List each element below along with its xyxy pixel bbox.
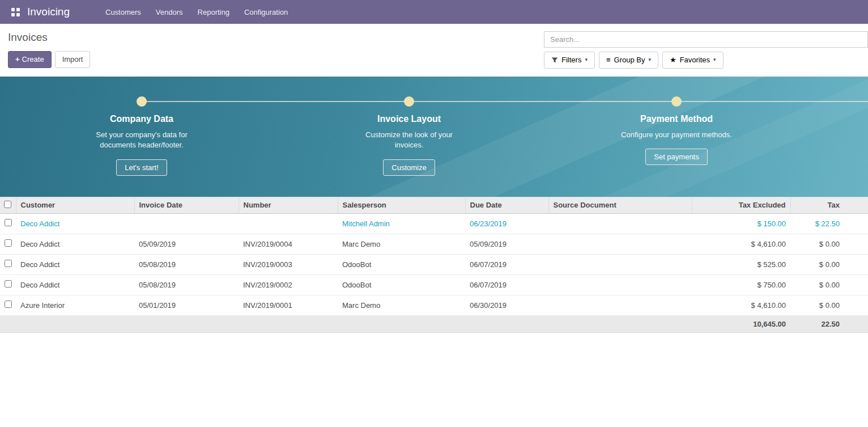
table-row[interactable]: Deco Addict Mitchell Admin 06/23/2019 $ … bbox=[0, 213, 868, 234]
apps-grid-icon bbox=[11, 8, 20, 16]
cell-number: INV/2019/0003 bbox=[239, 254, 338, 274]
row-checkbox[interactable] bbox=[5, 239, 12, 247]
table-row[interactable]: Deco Addict 05/09/2019 INV/2019/0004 Mar… bbox=[0, 234, 868, 254]
lets-start-button[interactable]: Let's start! bbox=[116, 159, 167, 176]
nav-menu: Customers Vendors Reporting Configuratio… bbox=[98, 0, 295, 24]
cell-invoice-date: 05/08/2019 bbox=[134, 254, 239, 274]
top-navbar: Invoicing Customers Vendors Reporting Co… bbox=[0, 0, 868, 24]
customize-button[interactable]: Customize bbox=[383, 159, 435, 176]
create-button[interactable]: +Create bbox=[8, 51, 52, 68]
column-header-due-date[interactable]: Due Date bbox=[465, 197, 548, 213]
cell-tax: $ 22.50 bbox=[790, 213, 868, 234]
chevron-down-icon: ▾ bbox=[648, 57, 651, 63]
import-button[interactable]: Import bbox=[55, 51, 91, 68]
step-description: Configure your payment methods. bbox=[620, 130, 733, 141]
cell-invoice-date bbox=[134, 213, 239, 234]
cell-number: INV/2019/0002 bbox=[239, 274, 338, 295]
favorites-button-label: Favorites bbox=[680, 56, 710, 65]
onboarding-progress-line bbox=[142, 101, 868, 102]
column-header-salesperson[interactable]: Salesperson bbox=[338, 197, 465, 213]
row-checkbox[interactable] bbox=[5, 219, 12, 226]
star-icon: ★ bbox=[670, 56, 676, 65]
total-tax: 22.50 bbox=[790, 315, 868, 332]
row-checkbox[interactable] bbox=[5, 280, 12, 288]
cell-invoice-date: 05/01/2019 bbox=[134, 295, 239, 315]
table-row[interactable]: Deco Addict 05/08/2019 INV/2019/0002 Odo… bbox=[0, 274, 868, 295]
cell-due-date: 06/23/2019 bbox=[465, 213, 548, 234]
nav-item-configuration[interactable]: Configuration bbox=[237, 0, 295, 24]
cell-salesperson: Mitchell Admin bbox=[338, 213, 465, 234]
step-description: Customize the look of your invoices. bbox=[352, 130, 466, 151]
table-header: Customer Invoice Date Number Salesperson… bbox=[0, 197, 868, 213]
step-title: Company Data bbox=[68, 114, 215, 124]
column-header-invoice-date[interactable]: Invoice Date bbox=[134, 197, 239, 213]
step-title: Payment Method bbox=[603, 114, 750, 124]
cell-source-document bbox=[548, 274, 692, 295]
cell-salesperson: OdooBot bbox=[338, 254, 465, 274]
app-title[interactable]: Invoicing bbox=[27, 6, 70, 18]
favorites-button[interactable]: ★ Favorites ▾ bbox=[662, 52, 724, 69]
cell-due-date: 06/07/2019 bbox=[465, 274, 548, 295]
cell-due-date: 05/09/2019 bbox=[465, 234, 548, 254]
filter-funnel-icon bbox=[551, 57, 558, 64]
control-panel-right: Filters ▾ ≡ Group By ▾ ★ Favorites ▾ bbox=[544, 31, 868, 69]
action-buttons: +Create Import bbox=[8, 51, 90, 68]
cell-customer: Deco Addict bbox=[16, 213, 134, 234]
search-options-row: Filters ▾ ≡ Group By ▾ ★ Favorites ▾ bbox=[544, 52, 868, 69]
cell-customer: Deco Addict bbox=[16, 234, 134, 254]
cell-source-document bbox=[548, 213, 692, 234]
cell-tax-excluded: $ 150.00 bbox=[692, 213, 790, 234]
onboarding-step-dot bbox=[404, 96, 414, 107]
column-header-number[interactable]: Number bbox=[239, 197, 338, 213]
cell-salesperson: Marc Demo bbox=[338, 234, 465, 254]
cell-tax-excluded: $ 4,610.00 bbox=[692, 295, 790, 315]
table-footer: 10,645.00 22.50 bbox=[0, 315, 868, 332]
plus-icon: + bbox=[15, 55, 20, 64]
cell-customer: Deco Addict bbox=[16, 274, 134, 295]
cell-tax: $ 0.00 bbox=[790, 234, 868, 254]
column-header-tax[interactable]: Tax bbox=[790, 197, 868, 213]
column-header-customer[interactable]: Customer bbox=[16, 197, 134, 213]
cell-due-date: 06/07/2019 bbox=[465, 254, 548, 274]
table-row[interactable]: Deco Addict 05/08/2019 INV/2019/0003 Odo… bbox=[0, 254, 868, 274]
cell-tax: $ 0.00 bbox=[790, 274, 868, 295]
select-all-checkbox[interactable] bbox=[4, 201, 11, 208]
group-by-button-label: Group By bbox=[614, 56, 645, 65]
step-title: Invoice Layout bbox=[335, 114, 483, 124]
group-by-button[interactable]: ≡ Group By ▾ bbox=[599, 52, 658, 69]
apps-menu-button[interactable] bbox=[8, 5, 23, 19]
nav-item-customers[interactable]: Customers bbox=[98, 0, 148, 24]
control-panel-left: Invoices +Create Import bbox=[8, 31, 90, 69]
cell-tax-excluded: $ 4,610.00 bbox=[692, 234, 790, 254]
cell-tax-excluded: $ 525.00 bbox=[692, 254, 790, 274]
cell-source-document bbox=[548, 295, 692, 315]
invoices-table: Customer Invoice Date Number Salesperson… bbox=[0, 197, 868, 333]
invoicing-app-screen: Invoicing Customers Vendors Reporting Co… bbox=[0, 0, 868, 427]
filters-button[interactable]: Filters ▾ bbox=[544, 52, 595, 69]
onboarding-step-dot bbox=[671, 96, 682, 107]
nav-item-vendors[interactable]: Vendors bbox=[148, 0, 190, 24]
set-payments-button[interactable]: Set payments bbox=[645, 149, 708, 165]
onboarding-banner: Company Data Set your company's data for… bbox=[0, 77, 868, 197]
cell-tax-excluded: $ 750.00 bbox=[692, 274, 790, 295]
onboarding-step-company-data: Company Data Set your company's data for… bbox=[68, 114, 215, 176]
cell-customer: Azure Interior bbox=[16, 295, 134, 315]
chevron-down-icon: ▾ bbox=[713, 57, 716, 63]
nav-item-reporting[interactable]: Reporting bbox=[190, 0, 237, 24]
create-button-label: Create bbox=[22, 55, 44, 64]
total-tax-excluded: 10,645.00 bbox=[692, 315, 790, 332]
chevron-down-icon: ▾ bbox=[585, 57, 588, 63]
page-title: Invoices bbox=[8, 31, 90, 44]
column-header-tax-excluded[interactable]: Tax Excluded bbox=[692, 197, 790, 213]
cell-source-document bbox=[548, 254, 692, 274]
row-checkbox[interactable] bbox=[5, 260, 12, 267]
search-input[interactable] bbox=[544, 31, 868, 48]
filters-button-label: Filters bbox=[561, 56, 581, 65]
onboarding-step-invoice-layout: Invoice Layout Customize the look of you… bbox=[335, 114, 483, 176]
table-row[interactable]: Azure Interior 05/01/2019 INV/2019/0001 … bbox=[0, 295, 868, 315]
row-checkbox[interactable] bbox=[5, 301, 12, 308]
control-panel: Invoices +Create Import Filters ▾ bbox=[0, 24, 868, 73]
column-header-source-document[interactable]: Source Document bbox=[548, 197, 692, 213]
cell-number: INV/2019/0004 bbox=[239, 234, 338, 254]
cell-due-date: 06/30/2019 bbox=[465, 295, 548, 315]
